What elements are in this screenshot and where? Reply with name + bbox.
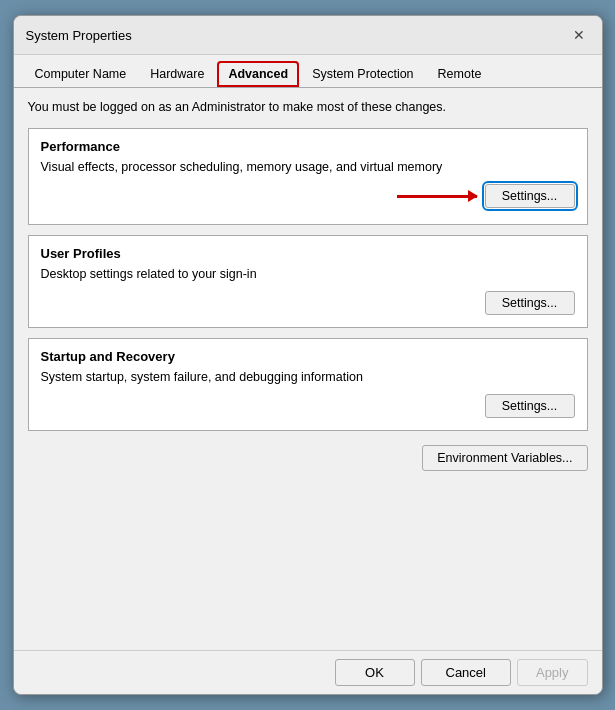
user-profiles-settings-button[interactable]: Settings... bbox=[485, 291, 575, 315]
startup-recovery-section: Startup and Recovery System startup, sys… bbox=[28, 338, 588, 431]
dialog-title: System Properties bbox=[26, 28, 132, 43]
performance-section: Performance Visual effects, processor sc… bbox=[28, 128, 588, 225]
bottom-bar: OK Cancel Apply bbox=[14, 650, 602, 694]
user-profiles-btn-row: Settings... bbox=[41, 291, 575, 315]
tab-remote[interactable]: Remote bbox=[427, 61, 493, 87]
ok-button[interactable]: OK bbox=[335, 659, 415, 686]
performance-desc: Visual effects, processor scheduling, me… bbox=[41, 160, 575, 174]
title-bar: System Properties ✕ bbox=[14, 16, 602, 55]
tabs-container: Computer Name Hardware Advanced System P… bbox=[14, 55, 602, 88]
tab-content: You must be logged on as an Administrato… bbox=[14, 88, 602, 650]
system-properties-dialog: System Properties ✕ Computer Name Hardwa… bbox=[13, 15, 603, 695]
close-button[interactable]: ✕ bbox=[568, 24, 590, 46]
cancel-button[interactable]: Cancel bbox=[421, 659, 511, 686]
tab-hardware[interactable]: Hardware bbox=[139, 61, 215, 87]
performance-settings-button[interactable]: Settings... bbox=[485, 184, 575, 208]
arrow-icon bbox=[397, 195, 477, 198]
user-profiles-section: User Profiles Desktop settings related t… bbox=[28, 235, 588, 328]
admin-note: You must be logged on as an Administrato… bbox=[28, 100, 588, 114]
tab-advanced[interactable]: Advanced bbox=[217, 61, 299, 87]
startup-recovery-btn-row: Settings... bbox=[41, 394, 575, 418]
user-profiles-title: User Profiles bbox=[41, 246, 575, 261]
user-profiles-desc: Desktop settings related to your sign-in bbox=[41, 267, 575, 281]
startup-recovery-desc: System startup, system failure, and debu… bbox=[41, 370, 575, 384]
apply-button[interactable]: Apply bbox=[517, 659, 588, 686]
startup-recovery-settings-button[interactable]: Settings... bbox=[485, 394, 575, 418]
tab-computer-name[interactable]: Computer Name bbox=[24, 61, 138, 87]
environment-variables-button[interactable]: Environment Variables... bbox=[422, 445, 587, 471]
performance-title: Performance bbox=[41, 139, 575, 154]
startup-recovery-title: Startup and Recovery bbox=[41, 349, 575, 364]
tab-system-protection[interactable]: System Protection bbox=[301, 61, 424, 87]
arrow-area: Settings... bbox=[41, 184, 575, 212]
